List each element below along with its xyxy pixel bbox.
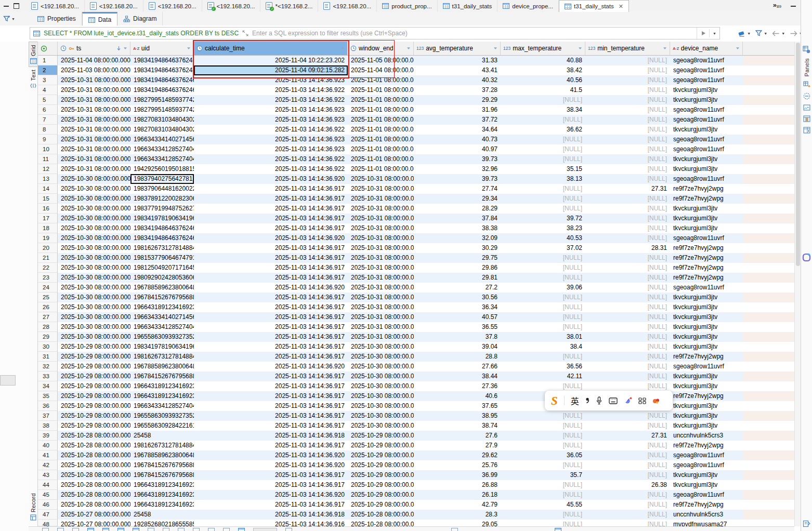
cell-uid[interactable]: 1983419486463762465	[130, 75, 194, 85]
cell-ts[interactable]: 2025-10-30 08:00:00.000	[58, 194, 130, 204]
cell-min_temperature[interactable]: [NULL]	[585, 490, 670, 500]
cell-avg_temperature[interactable]: 27.66	[414, 362, 501, 371]
cell-ts[interactable]: 2025-10-31 08:00:00.000	[58, 105, 130, 115]
cell-avg_temperature[interactable]: 39.73	[414, 174, 501, 184]
cell-calculate_time[interactable]: 2025-11-03 14:14:36.917	[194, 352, 348, 362]
cell-window_end[interactable]: 2025-10-30 08:00:00.000	[348, 411, 414, 421]
editor-tab--192-168-20-[interactable]: ✓<192.168.20...	[202, 0, 261, 12]
cell-min_temperature[interactable]: [NULL]	[585, 371, 670, 381]
cell-max_temperature[interactable]: [NULL]	[501, 115, 585, 125]
row-number[interactable]: 48	[38, 520, 58, 526]
cell-uid[interactable]: 1966343341285274047	[130, 401, 194, 411]
delete-row-icon[interactable]	[223, 528, 230, 531]
editor-tab--192-168-20-[interactable]: <192.168.20...	[26, 0, 85, 12]
cell-ts[interactable]: 2025-10-30 08:00:00.000	[58, 243, 130, 253]
save-icon[interactable]	[72, 528, 79, 531]
apply-filter-icon[interactable]	[701, 31, 706, 36]
cell-max_temperature[interactable]: 42.11	[501, 371, 585, 381]
cell-device_name[interactable]: tkvckurgjuml3jtv	[670, 421, 743, 431]
cell-uid[interactable]: 25458	[130, 510, 194, 520]
cell-max_temperature[interactable]: [NULL]	[501, 510, 585, 520]
cell-max_temperature[interactable]: [NULL]	[501, 135, 585, 144]
cell-calculate_time[interactable]: 2025-11-03 14:14:36.917	[194, 342, 348, 352]
table-row[interactable]: 252025-10-30 08:00:00.000196784152676795…	[38, 293, 795, 302]
calc-icon[interactable]	[285, 528, 292, 531]
row-number[interactable]: 29	[38, 332, 58, 342]
cell-min_temperature[interactable]: [NULL]	[585, 75, 670, 85]
cell-ts[interactable]: 2025-10-30 08:00:00.000	[58, 184, 130, 194]
cell-max_temperature[interactable]: 36.62	[501, 125, 585, 135]
editor-tab--192-168-20-[interactable]: <192.168.20...	[318, 0, 377, 12]
row-number[interactable]: 41	[38, 450, 58, 460]
column-dropdown-icon[interactable]	[123, 47, 127, 50]
cell-window_end[interactable]: 2025-10-30 08:00:00.000	[348, 421, 414, 431]
column-dropdown-icon[interactable]	[663, 47, 667, 50]
ime-toolbar[interactable]: S 英	[545, 391, 673, 410]
table-row[interactable]: 452025-10-28 08:00:00.000196643189123416…	[38, 490, 795, 500]
tab-overflow-indicator[interactable]: »89	[769, 0, 785, 12]
cell-min_temperature[interactable]: [NULL]	[585, 510, 670, 520]
cell-window_end[interactable]: 2025-10-28 08:00:00.000	[348, 510, 414, 520]
cell-uid[interactable]: 1966343341402714561	[130, 312, 194, 322]
cell-avg_temperature[interactable]: 36.34	[414, 302, 501, 312]
table-row[interactable]: 422025-10-28 08:00:00.000196784152676795…	[38, 460, 795, 470]
editor-tab-t31-daily-stats[interactable]: t31_daily_stats	[438, 0, 498, 12]
cell-device_name[interactable]: re9f7ze7hvyj2wpg	[670, 263, 743, 273]
cell-avg_temperature[interactable]: 28.3	[414, 510, 501, 520]
tab-properties[interactable]: Properties	[32, 12, 82, 25]
cell-uid[interactable]: 1983419781906341968	[130, 214, 194, 223]
cell-calculate_time[interactable]: 2025-11-03 14:14:36.922	[194, 85, 348, 95]
row-number[interactable]: 6	[38, 105, 58, 115]
cell-calculate_time[interactable]: 2025-11-03 14:14:36.920	[194, 174, 348, 184]
filters-button[interactable]: ▼	[755, 30, 767, 36]
minimize-window-icon[interactable]	[791, 6, 796, 7]
cell-max_temperature[interactable]: [NULL]	[501, 293, 585, 302]
table-row[interactable]: 272025-10-30 08:00:00.000196634334140271…	[38, 312, 795, 322]
tab-data[interactable]: Data	[82, 12, 117, 26]
cell-device_name[interactable]: tkvckurgjuml3jtv	[670, 322, 743, 332]
cell-window_end[interactable]: 2025-10-31 08:00:00.000	[348, 283, 414, 293]
cell-ts[interactable]: 2025-11-04 08:00:00.000	[58, 56, 130, 65]
table-row[interactable]: 32025-10-31 08:00:00.0001983419486463762…	[38, 75, 795, 85]
cell-window_end[interactable]: 2025-10-30 08:00:00.000	[348, 381, 414, 391]
cell-window_end[interactable]: 2025-10-31 08:00:00.000	[348, 174, 414, 184]
cell-min_temperature[interactable]: [NULL]	[585, 460, 670, 470]
cell-uid[interactable]: 1966431891234169236	[130, 302, 194, 312]
cell-window_end[interactable]: 2025-10-30 08:00:00.000	[348, 352, 414, 362]
cell-max_temperature[interactable]: [NULL]	[501, 194, 585, 204]
cell-avg_temperature[interactable]: 42.79	[414, 500, 501, 510]
table-row[interactable]: 462025-10-28 08:00:00.000196643189123416…	[38, 500, 795, 510]
cell-avg_temperature[interactable]: 37.65	[414, 401, 501, 411]
table-row[interactable]: 362025-10-29 08:00:00.000196634334128527…	[38, 401, 795, 411]
cell-calculate_time[interactable]: 2025-11-03 14:14:36.917	[194, 223, 348, 233]
cell-uid[interactable]: 1967841526767956882	[130, 293, 194, 302]
row-number[interactable]: 5	[38, 95, 58, 105]
cell-calculate_time[interactable]: 2025-11-03 14:14:36.917	[194, 371, 348, 381]
table-row[interactable]: 482025-10-27 08:00:00.000192852680218655…	[38, 520, 795, 526]
row-number[interactable]: 28	[38, 322, 58, 332]
cell-window_end[interactable]: 2025-10-31 08:00:00.000	[348, 204, 414, 214]
cell-device_name[interactable]: tkvckurgjuml3jtv	[670, 214, 743, 223]
cell-calculate_time[interactable]: 2025-11-03 14:14:36.923	[194, 105, 348, 115]
cell-avg_temperature[interactable]: 37.28	[414, 85, 501, 95]
cell-calculate_time[interactable]: 2025-11-03 14:14:36.923	[194, 75, 348, 85]
cell-min_temperature[interactable]: [NULL]	[585, 263, 670, 273]
cell-avg_temperature[interactable]: 26.88	[414, 480, 501, 490]
row-number[interactable]: 43	[38, 470, 58, 480]
cell-avg_temperature[interactable]: 39.04	[414, 342, 501, 352]
cell-uid[interactable]: 1980929024280536066	[130, 273, 194, 283]
table-row[interactable]: 122025-10-31 08:00:00.000194292560195018…	[38, 164, 795, 174]
column-header-max_temperature[interactable]: 123max_temperature	[501, 42, 585, 55]
cell-avg_temperature[interactable]: 29.75	[414, 253, 501, 263]
column-dropdown-icon[interactable]	[187, 47, 191, 50]
cell-max_temperature[interactable]: [NULL]	[501, 154, 585, 164]
cell-window_end[interactable]: 2025-11-01 08:00:00.000	[348, 85, 414, 95]
cell-avg_temperature[interactable]: 31.96	[414, 105, 501, 115]
table-row[interactable]: 182025-10-30 08:00:00.000198341948646376…	[38, 223, 795, 233]
cell-avg_temperature[interactable]: 29.34	[414, 194, 501, 204]
cell-ts[interactable]: 2025-10-30 08:00:00.000	[58, 332, 130, 342]
cell-max_temperature[interactable]: 38.34	[501, 105, 585, 115]
cell-ts[interactable]: 2025-10-30 08:00:00.000	[58, 322, 130, 332]
cell-min_temperature[interactable]: [NULL]	[585, 194, 670, 204]
cell-calculate_time[interactable]: 2025-11-03 14:14:36.920	[194, 362, 348, 371]
